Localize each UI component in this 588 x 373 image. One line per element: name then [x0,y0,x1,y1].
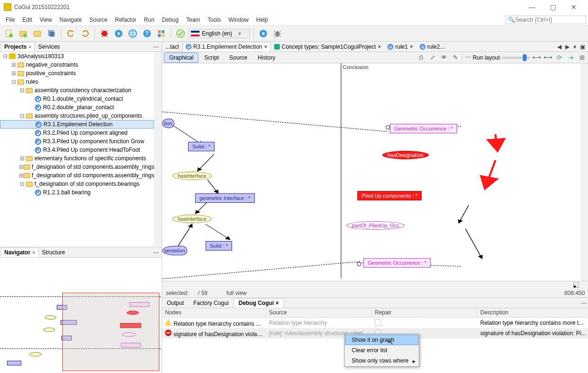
tree-folder[interactable]: ⊞positive_constraints [0,69,154,78]
close-icon[interactable]: × [378,43,381,50]
run-play-button[interactable] [112,27,125,40]
tab-output[interactable]: Output [162,299,189,307]
col-nodes[interactable]: Nodes [162,308,266,317]
graph-scrollbar-v[interactable] [581,63,588,281]
tab-factory[interactable]: Factory Cogui [189,299,233,307]
check-button[interactable] [174,27,187,40]
run-layout-button[interactable]: Run layout [473,54,500,61]
tab-next-button[interactable]: ▶ [564,43,571,50]
tree-rule[interactable]: RR3.2.Piled Up component aligned [0,129,154,137]
refresh-button[interactable]: ⟳ [554,53,564,62]
ctx-clear-errors[interactable]: Clear error list [345,345,418,356]
tree-folder[interactable]: ⊟f_designation of std components.bearing… [0,180,154,188]
col-repair[interactable]: Repair [372,308,477,317]
subtab-source[interactable]: Source [225,53,252,62]
graph-node-geometric-occurrence[interactable]: Geometric Occurrence : * [363,258,431,268]
search-input[interactable] [515,17,584,23]
graph-node-partof[interactable]: partOf_PiledUp_Occ [346,221,405,230]
help-button[interactable]: ? [141,27,153,40]
bug-button[interactable] [271,27,284,40]
editor-tab[interactable]: Rrule2... [416,42,448,52]
editor-tab[interactable]: Rrule1× [384,42,416,52]
graph-node-solid[interactable]: Solid : * [188,142,215,151]
table-row[interactable]: Relation type hierarchy contains more th… [162,318,588,328]
align-button[interactable]: ⇥ [566,53,575,62]
debug-button[interactable] [98,27,111,40]
graph-node-hasinterface[interactable]: hasInterface [173,215,212,223]
minimize-panel-button[interactable]: — [151,43,161,50]
open-button[interactable] [31,27,43,40]
graph-node-piledup[interactable]: Piled Up components : * [357,191,422,200]
close-icon[interactable]: × [276,300,279,306]
minimize-button[interactable]: ― [522,0,543,14]
menu-refactor[interactable]: Refactor [111,15,140,25]
tab-debug-cogui[interactable]: Debug Cogui × [233,298,284,308]
fit-height-button[interactable]: ⟷ [543,53,553,62]
new-file-button[interactable] [3,27,15,40]
col-description[interactable]: Description [477,308,588,317]
menu-debug[interactable]: Debug [158,15,182,25]
tab-navigator[interactable]: Navigator× [1,248,39,257]
close-icon[interactable]: × [410,43,413,50]
graph-node-hasinterface[interactable]: hasInterface [173,172,212,180]
menu-source[interactable]: Source [86,15,111,25]
tree-folder[interactable]: ⊞f_designation of std components.assembl… [0,171,154,180]
play2-button[interactable] [257,27,269,40]
close-icon[interactable]: × [28,44,31,50]
save-all-button[interactable] [45,27,58,40]
globe-button[interactable] [127,27,139,40]
tree-rule[interactable]: RR3.4.Piled Up component HeadToFoot [0,146,154,154]
graph-node-fragment[interactable]: sentation [162,246,187,255]
projects-tree[interactable]: ⊟3dAnalysis180313 ⊞negative_constraints … [0,52,154,247]
fit-width-button[interactable]: ⟷ [532,53,541,62]
subtab-graphical[interactable]: Graphical [164,52,199,63]
minimize-panel-button[interactable]: — [151,249,161,256]
menu-edit[interactable]: Edit [18,15,36,25]
tab-projects[interactable]: Projects× [1,42,35,52]
blocks-button[interactable] [155,27,167,40]
tab-prev-button[interactable]: ◀ [556,43,563,50]
menu-navigate[interactable]: Navigate [56,15,86,25]
ctx-filter-rows[interactable]: Show only rows where▸ [345,356,418,366]
editor-tab-active[interactable]: RR3.1.Empilement Detection× [182,42,271,52]
tree-rule[interactable]: RR0.2.double_planar_contact [0,103,154,112]
close-icon[interactable]: × [264,43,268,50]
maximize-button[interactable]: ▢ [543,0,563,14]
maximize-editor-button[interactable]: ▣ [579,43,587,50]
menu-team[interactable]: Team [182,15,204,25]
redo-button[interactable] [79,27,91,40]
graph-node-geometric-interface[interactable]: geometric Interface : * [195,193,255,203]
graph-editor-canvas[interactable]: Conclusion [162,63,588,281]
menu-file[interactable]: File [2,15,18,25]
ctx-show-on-graph[interactable]: Show it on graph [345,335,418,345]
menu-window[interactable]: Window [225,15,252,25]
tree-folder[interactable]: ⊟assembly structures.piled_up_components [0,112,154,120]
grid-button[interactable]: ⊞ [577,53,587,62]
quick-search[interactable]: 🔍 [506,16,586,24]
navigator-minimap[interactable] [0,258,162,373]
tree-rule[interactable]: RR0.1.double_cylindrical_contact [0,95,154,103]
subtab-history[interactable]: History [253,53,280,62]
menu-view[interactable]: View [36,15,56,25]
minimize-panel-button[interactable]: — [579,300,588,306]
zoom-slider[interactable] [502,57,530,59]
undo-button[interactable] [65,27,77,40]
camera-button[interactable]: ⎙ [416,53,426,62]
graph-node-geometric-occurrence[interactable]: Geometric Occurrence : * [390,124,457,133]
col-source[interactable]: Source [266,308,372,317]
tree-folder-rules[interactable]: ⊟rules [0,78,154,86]
tree-scrollbar[interactable] [154,52,162,247]
tree-root[interactable]: ⊟3dAnalysis180313 [0,52,154,61]
tab-list-button[interactable]: ▾ [572,43,578,50]
menu-run[interactable]: Run [140,15,158,25]
close-icon[interactable]: × [32,250,35,255]
edit-button[interactable]: ✎ [450,53,460,62]
tree-folder[interactable]: ⊟assembly consistency characterization [0,86,154,95]
eye-button[interactable]: 👁 [439,53,449,62]
zoom-button[interactable]: ⤢ [428,53,437,62]
tree-folder[interactable]: ⊞negative_constraints [0,61,154,69]
close-button[interactable]: ✕ [563,0,584,14]
menu-tools[interactable]: Tools [204,15,225,25]
tree-rule[interactable]: RR1.2.1.ball bearing [0,188,154,197]
graph-node-hasdesignation[interactable]: hasDesignation [382,151,429,159]
